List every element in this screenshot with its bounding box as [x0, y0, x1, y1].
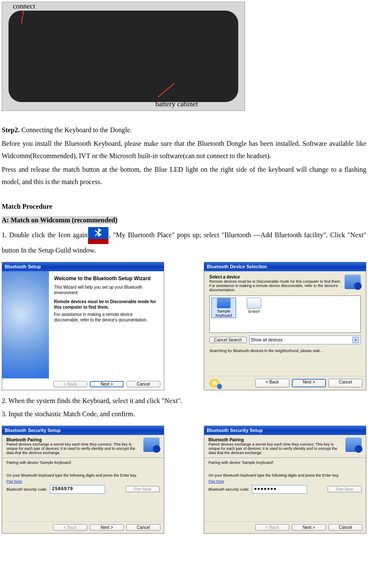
back-button: < Back [53, 524, 87, 531]
back-button: < Back [255, 524, 289, 531]
security-header: Bluetooth Pairing Paired devices exchang… [208, 437, 362, 455]
code-label: Bluetooth security code: [208, 487, 249, 491]
cancel-button[interactable]: Cancel [126, 524, 160, 531]
selection-body: Select a device Remote devices must be i… [204, 271, 366, 376]
bluetooth-setup-window: Bluetooth Setup Welcome to the Bluetooth… [2, 262, 164, 390]
next-button[interactable]: Next > [90, 524, 124, 531]
keyboard-body [9, 11, 238, 102]
security-heading: Bluetooth Pairing [6, 437, 140, 442]
security-code-field[interactable]: 2586979 [50, 485, 105, 494]
device-label: SHIMY [242, 310, 266, 314]
device-label: Sample Keyboard [212, 309, 236, 318]
titlebar: Bluetooth Security Setup [204, 426, 366, 435]
step2-rest: Connecting the Keyboard to the Dongle. [20, 126, 132, 134]
label-connect: connect [13, 2, 35, 11]
next-button[interactable]: Next > [90, 381, 124, 387]
security-code-field[interactable]: ●●●●●●● [252, 485, 307, 494]
bluetooth-icon [88, 227, 108, 244]
step-3: 3. Input the stochastic Match Code, and … [2, 408, 366, 420]
pair-now-button: Pair Now [126, 486, 160, 492]
security-body: Bluetooth Pairing Paired devices exchang… [2, 435, 164, 521]
device-filter-select[interactable]: Show all devices ▾ [249, 335, 361, 344]
titlebar: Bluetooth Device Selection [204, 262, 366, 271]
match-procedure-title: Match Procedure [2, 200, 366, 213]
search-indicator-icon [209, 379, 220, 387]
code-row: Bluetooth security code: 2586979 Pair No… [6, 485, 160, 494]
security-setup-window-2: Bluetooth Security Setup Bluetooth Pairi… [204, 426, 366, 534]
security-sub: Paired devices exchange a secret key eac… [6, 442, 140, 455]
pair-now-link[interactable]: Pair Now [6, 479, 160, 483]
button-row: < Back Next > Cancel [204, 376, 366, 390]
step-1: 1. Double click the Icon again, "My Blue… [2, 227, 366, 257]
cancel-button[interactable]: Cancel [126, 381, 160, 387]
device-item-keyboard[interactable]: Sample Keyboard [211, 298, 236, 318]
button-row: < Back Next > Cancel [204, 521, 366, 533]
next-button[interactable]: Next > [292, 379, 326, 387]
pair-now-link[interactable]: Pair Now [208, 479, 362, 483]
wizard-line1: This Wizard will help you set up your Bl… [54, 284, 159, 295]
screenshot-row-2: Bluetooth Security Setup Bluetooth Pairi… [2, 426, 366, 534]
searching-status: Searching for Bluetooth devices in the n… [209, 349, 361, 353]
computer-icon [247, 298, 261, 309]
keyboard-photo: connect battery cabinet [2, 2, 245, 111]
button-row: < Back Next > Cancel [2, 521, 164, 533]
device-list: Sample Keyboard SHIMY [209, 295, 361, 333]
next-button[interactable]: Next > [292, 524, 326, 531]
titlebar: Bluetooth Setup [2, 262, 164, 271]
code-row: Bluetooth security code: ●●●●●●● Pair No… [208, 485, 362, 494]
security-header-text: Bluetooth Pairing Paired devices exchang… [6, 437, 140, 455]
para-install: Before you install the Bluetooth Keyboar… [2, 137, 366, 162]
step-2: 2. When the system finds the Keyboard, s… [2, 395, 366, 407]
titlebar: Bluetooth Security Setup [2, 426, 164, 435]
pair-now-button: Pair Now [328, 486, 362, 492]
back-button: < Back [53, 381, 87, 387]
button-row: < Back Next > Cancel [2, 378, 164, 390]
selection-sub: Remote devices must be in Discoverable m… [209, 279, 341, 292]
chevron-down-icon: ▾ [352, 337, 359, 343]
device-selection-window: Bluetooth Device Selection Select a devi… [204, 262, 366, 390]
wizard-sidebar-image [2, 271, 49, 378]
selection-header: Select a device Remote devices must be i… [209, 275, 361, 292]
wizard-bold: Remote devices must be in Discoverable m… [54, 299, 159, 310]
section-a-line: A: Match on Widcomm (recommended) [2, 214, 366, 227]
label-battery: battery cabinet [155, 100, 198, 108]
cancel-search-button[interactable]: Cancel Search [209, 337, 247, 343]
step1-a: 1. Double click the Icon again [2, 231, 88, 239]
wizard-body: Welcome to the Bluetooth Setup Wizard Th… [2, 271, 164, 378]
keyboard-icon [217, 298, 231, 308]
selection-header-text: Select a device Remote devices must be i… [209, 275, 341, 292]
selection-heading: Select a device [209, 275, 341, 279]
wizard-heading: Welcome to the Bluetooth Setup Wizard [54, 276, 159, 282]
back-button[interactable]: < Back [255, 379, 289, 387]
wizard-content: Welcome to the Bluetooth Setup Wizard Th… [49, 271, 164, 378]
screenshot-row-1: Bluetooth Setup Welcome to the Bluetooth… [2, 262, 366, 390]
filter-value: Show all devices [251, 338, 282, 342]
security-heading: Bluetooth Pairing [208, 437, 342, 442]
device-item-shimy[interactable]: SHIMY [242, 298, 266, 314]
instruction: On your Bluetooth keyboard type the foll… [6, 473, 160, 477]
instruction: On your Bluetooth keyboard type the foll… [208, 473, 362, 477]
security-setup-window-1: Bluetooth Security Setup Bluetooth Pairi… [2, 426, 164, 534]
security-sub: Paired devices exchange a secret key eac… [208, 442, 342, 455]
bluetooth-badge-icon [345, 437, 362, 452]
cancel-button[interactable]: Cancel [328, 379, 362, 387]
step2-line: Step2. Connecting the Keyboard to the Do… [2, 124, 366, 136]
step2-label: Step2. [2, 126, 20, 134]
security-body: Bluetooth Pairing Paired devices exchang… [204, 435, 366, 521]
cancel-button[interactable]: Cancel [328, 524, 362, 531]
bluetooth-badge-icon [345, 275, 361, 289]
divider [204, 457, 366, 458]
security-header: Bluetooth Pairing Paired devices exchang… [6, 437, 160, 455]
bluetooth-badge-icon [143, 437, 160, 452]
para-match: Press and release the match button at th… [2, 163, 366, 188]
code-label: Bluetooth security code: [6, 487, 47, 491]
divider [2, 457, 164, 458]
wizard-line2: For assistance in making a remote device… [54, 312, 159, 323]
pairing-with: Pairing with device 'Sample Keyboard'. [6, 460, 160, 465]
security-header-text: Bluetooth Pairing Paired devices exchang… [208, 437, 342, 455]
section-a-heading: A: Match on Widcomm (recommended) [2, 216, 117, 224]
pairing-with: Pairing with device 'Sample Keyboard'. [208, 460, 362, 465]
search-row: Cancel Search Show all devices ▾ [209, 335, 361, 344]
